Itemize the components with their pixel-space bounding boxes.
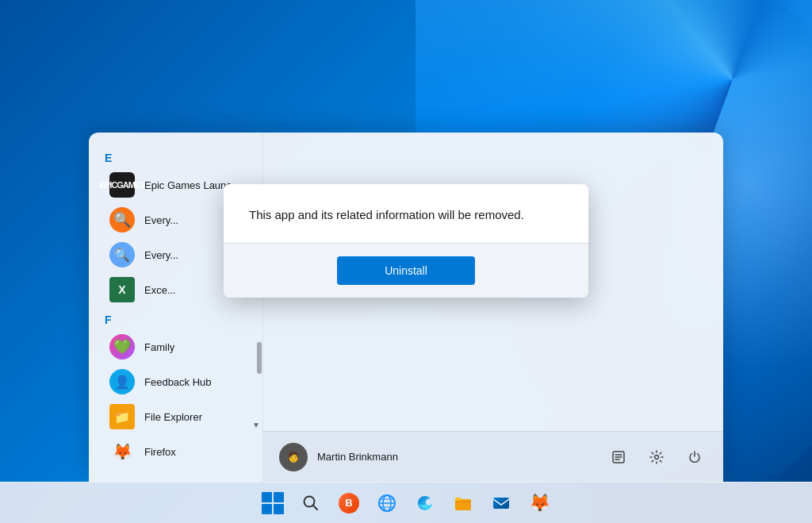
taskbar-item-search[interactable] bbox=[293, 486, 328, 521]
search-icon bbox=[300, 492, 322, 514]
svg-rect-7 bbox=[493, 498, 509, 509]
taskbar-item-file-explorer[interactable] bbox=[446, 486, 481, 521]
svg-rect-5 bbox=[455, 499, 471, 510]
taskbar-item-edge[interactable] bbox=[408, 486, 442, 521]
dialog-overlay: This app and its related information wil… bbox=[0, 0, 812, 482]
uninstall-button[interactable]: Uninstall bbox=[337, 256, 475, 285]
taskbar-item-firefox[interactable]: 🦊 bbox=[522, 486, 557, 521]
uninstall-dialog: This app and its related information wil… bbox=[224, 184, 588, 298]
dialog-body: This app and its related information wil… bbox=[224, 184, 588, 244]
taskbar-item-mail[interactable] bbox=[484, 486, 519, 521]
taskbar: B bbox=[0, 482, 812, 523]
firefox-taskbar-icon: 🦊 bbox=[528, 492, 550, 514]
taskbar-item-ms-store[interactable] bbox=[370, 486, 404, 521]
dialog-message: This app and its related information wil… bbox=[249, 208, 524, 221]
taskbar-item-brave[interactable]: B bbox=[331, 486, 366, 521]
taskbar-item-start[interactable] bbox=[255, 486, 290, 521]
file-explorer-taskbar-icon bbox=[452, 492, 474, 514]
mail-icon bbox=[490, 492, 512, 514]
brave-icon: B bbox=[338, 492, 360, 514]
dialog-footer: Uninstall bbox=[224, 243, 588, 298]
edge-icon bbox=[414, 492, 436, 514]
windows-start-icon bbox=[262, 492, 284, 514]
ms-store-icon bbox=[376, 492, 398, 514]
svg-rect-6 bbox=[455, 498, 462, 501]
